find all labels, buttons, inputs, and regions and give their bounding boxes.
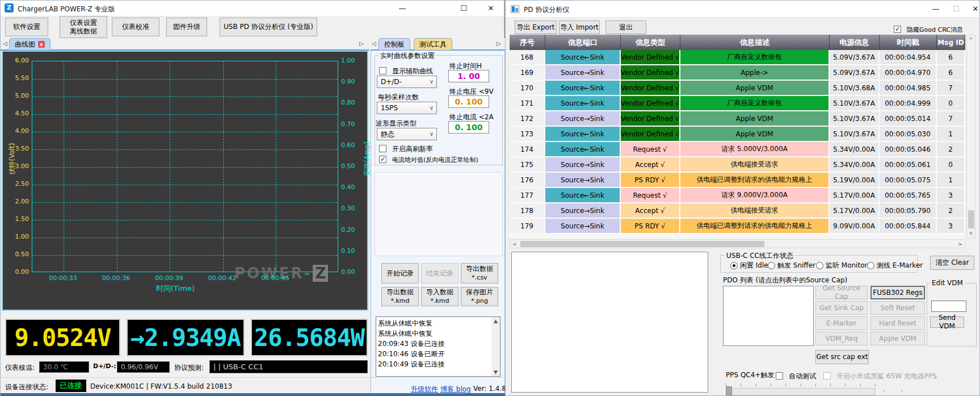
pdo-button-apple-vdm[interactable]: Apple VDM [870, 332, 925, 345]
cell-seq[interactable]: 179 [510, 219, 545, 234]
cell-power[interactable]: 5.10V/3.67A [830, 127, 880, 142]
cell-seq[interactable]: 173 [510, 127, 545, 142]
send-vdm-button[interactable]: Send VDM [930, 316, 964, 328]
cell-time[interactable]: 00:00:05.030 [880, 127, 937, 142]
slider-right-icon[interactable]: › [901, 387, 903, 395]
cell-power[interactable]: 5.19V/0.00A [830, 173, 880, 188]
cell-desc[interactable]: 厂商自定义数据包 [680, 50, 830, 65]
cell-port[interactable]: Source→Sink [545, 157, 621, 173]
tab-scroll-left-icon[interactable]: ◁ [3, 40, 7, 47]
pd-minimize-icon[interactable]: — [926, 3, 946, 15]
cell-msgid[interactable]: 2 [937, 142, 965, 157]
cell-power[interactable]: 5.34V/0.00A [830, 157, 880, 173]
hide-crc-checkbox[interactable]: 隐藏Good CRC消息 [894, 23, 963, 34]
cell-desc[interactable]: 供电端已调整到请求的供电能力规格上 [680, 219, 830, 234]
cell-type[interactable]: Vendor Defined √ [621, 96, 680, 111]
cell-time[interactable]: 00:00:04.985 [880, 81, 937, 96]
cell-type[interactable]: Vendor Defined √ [621, 50, 680, 65]
scroll-right-icon[interactable]: > [957, 241, 964, 247]
cell-port[interactable]: Source←Sink [545, 127, 621, 142]
cell-msgid[interactable]: 3 [937, 219, 965, 234]
column-header[interactable]: 信息类型 [621, 35, 680, 50]
checkbox-icon[interactable] [379, 67, 386, 74]
cell-seq[interactable]: 172 [510, 111, 545, 127]
stop-time-input[interactable]: 1. 00 [448, 70, 489, 82]
cell-desc[interactable]: 供电端接受请求 [680, 203, 830, 219]
meter-calibration-button[interactable]: 仪表校准 [112, 18, 159, 36]
import-kmd-button[interactable]: 导入数据 *.kmd [421, 287, 459, 306]
pdo-button-e-marker[interactable]: E-Marker [815, 316, 868, 330]
cell-port[interactable]: Source←Sink [545, 188, 621, 203]
column-header[interactable]: 序号 [510, 35, 545, 50]
aux-curve-select[interactable]: D+/D- ∨ [377, 76, 437, 88]
table-row[interactable]: 176Source→SinkPS RDY √供电端已调整到请求的供电能力规格上5… [510, 173, 965, 188]
cell-time[interactable]: 00:00:05.046 [880, 142, 937, 157]
cell-seq[interactable]: 177 [510, 188, 545, 203]
pdo-listbox[interactable] [723, 286, 814, 346]
cc-radio-0[interactable]: 闲置 Idle [730, 261, 768, 270]
cell-port[interactable]: Source←Sink [545, 50, 621, 65]
column-header[interactable]: 电源信息 [830, 35, 880, 50]
cell-power[interactable]: 5.17V/0.00A [830, 203, 880, 219]
cell-power[interactable]: 5.34V/0.00A [830, 142, 880, 157]
get-src-cap-ext-button[interactable]: Get src cap ext [815, 350, 869, 364]
exit-button[interactable]: 退出 [605, 20, 646, 34]
cell-msgid[interactable]: 0 [937, 96, 965, 111]
sample-rate-select[interactable]: 1SPS ∨ [377, 102, 437, 114]
stop-voltage-input[interactable]: 0. 100 [448, 95, 489, 108]
cell-port[interactable]: Source→Sink [545, 173, 621, 188]
auto-test-checkbox[interactable]: 自动测试 [776, 370, 816, 381]
cell-time[interactable]: 00:00:05.061 [880, 157, 937, 173]
tab-control-panel[interactable]: 控制板 [378, 38, 410, 50]
log-scrollbar[interactable]: ▲ ▼ [491, 317, 500, 376]
cell-msgid[interactable]: 6 [937, 65, 965, 81]
show-aux-checkbox[interactable]: 显示辅助曲线 [379, 65, 433, 76]
checkbox-icon[interactable] [894, 26, 901, 33]
message-detail-listbox[interactable] [511, 252, 708, 393]
pdo-button-fusb302-regs[interactable]: FUSB302 Regs [870, 286, 925, 299]
event-log[interactable]: 系统从休眠中恢复系统从休眠中恢复20:09:43 设备已连接20:10:46 设… [376, 316, 500, 377]
cell-type[interactable]: Accept √ [621, 157, 680, 173]
cell-type[interactable]: Vendor Defined √ [621, 81, 680, 96]
abs-current-checkbox[interactable]: 电流绝对值(反向电流正常绘制) [379, 153, 478, 164]
cell-power[interactable]: 5.10V/3.67A [830, 96, 880, 111]
cell-seq[interactable]: 174 [510, 142, 545, 157]
minimize-icon[interactable]: — [392, 2, 413, 15]
checkbox-icon[interactable] [776, 372, 783, 380]
cell-type[interactable]: Vendor Defined √ [621, 111, 680, 127]
scroll-up-icon[interactable]: ▲ [491, 318, 500, 324]
cell-time[interactable]: 00:00:04.999 [880, 96, 937, 111]
cell-msgid[interactable]: 3 [937, 188, 965, 203]
cell-power[interactable]: 5.09V/3.67A [830, 50, 880, 65]
cell-type[interactable]: Vendor Defined √ [621, 65, 680, 81]
cell-desc[interactable]: 供电端已调整到请求的供电能力规格上 [680, 173, 830, 188]
clear-button[interactable]: 清空 Clear [930, 256, 974, 270]
cell-time[interactable]: 00:00:04.954 [880, 50, 937, 65]
column-header[interactable]: 时间戳 [880, 35, 937, 50]
cell-seq[interactable]: 170 [510, 81, 545, 96]
cell-msgid[interactable]: 6 [937, 50, 965, 65]
cell-port[interactable]: Source←Sink [545, 81, 621, 96]
cell-desc[interactable]: 厂商自定义数据包 [680, 96, 830, 111]
cell-time[interactable]: 00:00:05.844 [880, 219, 937, 234]
maximize-icon[interactable]: ☐ [453, 2, 474, 15]
cell-type[interactable]: Vendor Defined √ [621, 127, 680, 142]
table-row[interactable]: 174Source←SinkRequest √请求 5.000V/3.000A5… [510, 142, 965, 157]
usb-pd-analyzer-button[interactable]: USB PD 协议分析仪 (专业版) [220, 18, 317, 36]
pps-slider-track[interactable] [726, 388, 876, 395]
vdm-input[interactable] [931, 301, 966, 312]
cell-desc[interactable]: Apple VDM [680, 111, 830, 127]
cell-time[interactable]: 00:00:04.970 [880, 65, 937, 81]
panel-tab-scroll-right-icon[interactable]: ▷ [497, 40, 501, 47]
stop-record-button[interactable]: 结束记录 [421, 263, 459, 284]
export-kmd-button[interactable]: 导出数据 *.kmd [381, 287, 419, 306]
cell-time[interactable]: 00:00:05.790 [880, 203, 937, 219]
tab-test-tools[interactable]: 测试工具 [414, 38, 452, 50]
cell-seq[interactable]: 168 [510, 50, 545, 65]
cell-seq[interactable]: 178 [510, 203, 545, 219]
cell-msgid[interactable]: 2 [937, 203, 965, 219]
cell-seq[interactable]: 169 [510, 65, 545, 81]
table-row[interactable]: 170Source←SinkVendor Defined √Apple VDM5… [510, 81, 965, 96]
export-button[interactable]: 导出 Export [515, 20, 557, 34]
firmware-upgrade-button[interactable]: 固件升级 [166, 18, 207, 36]
